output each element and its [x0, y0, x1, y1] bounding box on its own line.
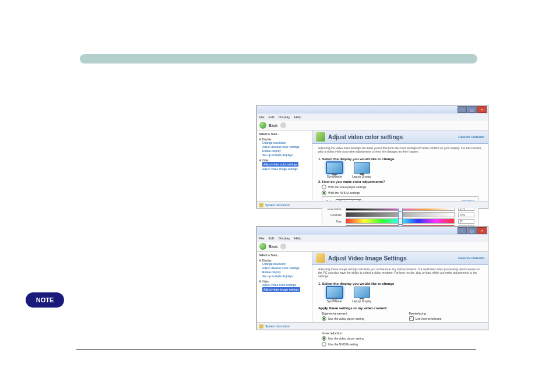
lock-icon — [259, 324, 263, 329]
monitor-icon — [326, 287, 343, 298]
display-option-laptop[interactable]: Laptop Display — [352, 162, 371, 178]
restore-defaults-link[interactable]: Restore Defaults — [458, 256, 484, 260]
panel-title-text: Adjust Video Image Settings — [328, 255, 407, 262]
sidebar-header: Select a Task... — [259, 132, 310, 136]
step2-label: 2. How do you make color adjustments? — [318, 180, 482, 183]
display-label: Laptop Display — [352, 299, 371, 303]
sidebar-item-adjust-image[interactable]: Adjust video image settings — [262, 287, 310, 292]
display-option-syncmaster[interactable]: SyncMaster — [326, 162, 343, 178]
restore-defaults-link[interactable]: Restore Defaults — [458, 135, 484, 139]
display-label: Laptop Display — [352, 175, 371, 178]
window-titlebar: – ▢ × — [257, 227, 488, 235]
task-sidebar: Select a Task... ⊟ Display Change resolu… — [257, 130, 312, 202]
menu-display[interactable]: Display — [279, 115, 290, 119]
contrast-slider[interactable] — [346, 212, 455, 217]
main-panel: Adjust Video Image Settings Restore Defa… — [312, 252, 488, 323]
task-sidebar: Select a Task... ⊟ Display Change resolu… — [257, 252, 312, 323]
sidebar-item-adjust-color[interactable]: Adjust video color settings — [262, 283, 310, 287]
checkbox-inverse-telecine[interactable]: Use inverse telecine — [409, 316, 488, 321]
sidebar-item[interactable]: Set up multiple displays — [262, 153, 310, 157]
panel-title-bar: Adjust video color settings Restore Defa… — [312, 130, 488, 144]
hue-label: Hue: — [326, 220, 342, 223]
forward-button-icon[interactable] — [280, 122, 286, 128]
sidebar-item[interactable]: Change resolution — [262, 262, 310, 266]
sidebar-item[interactable]: Set up multiple displays — [262, 274, 310, 278]
menu-edit[interactable]: Edit — [269, 115, 275, 119]
menu-help[interactable]: Help — [294, 115, 301, 119]
monitor-icon — [326, 162, 343, 174]
main-panel: Adjust video color settings Restore Defa… — [312, 130, 488, 202]
close-button[interactable]: × — [477, 106, 487, 113]
maximize-button[interactable]: ▢ — [467, 106, 477, 113]
forward-button-icon[interactable] — [280, 243, 286, 249]
lock-icon — [259, 203, 263, 207]
step1-label: 1. Select the display you would like to … — [318, 157, 482, 161]
menu-display[interactable]: Display — [279, 236, 290, 240]
screenshot-video-color-settings: – ▢ × File Edit Display Help Back Select… — [256, 105, 488, 209]
menu-file[interactable]: File — [259, 236, 265, 240]
back-button-icon[interactable] — [259, 122, 266, 129]
menu-help[interactable]: Help — [294, 236, 301, 240]
monitor-icon — [354, 162, 370, 174]
panel-icon — [316, 132, 325, 142]
sidebar-item[interactable]: Change resolution — [262, 141, 310, 144]
sidebar-item[interactable]: Rotate display — [262, 149, 310, 153]
status-bar: System Information — [257, 201, 488, 209]
menu-bar: File Edit Display Help — [257, 114, 488, 121]
sidebar-header: Select a Task... — [259, 253, 310, 257]
window-titlebar: – ▢ × — [257, 105, 488, 114]
radio-noise-nvidia[interactable]: Use the NVIDIA setting — [322, 342, 409, 347]
system-info-link[interactable]: System Information — [265, 203, 290, 207]
menu-edit[interactable]: Edit — [269, 236, 275, 240]
status-bar: System Information — [257, 322, 488, 330]
display-option-laptop[interactable]: Laptop Display — [352, 287, 371, 303]
menu-bar: File Edit Display Help — [257, 235, 488, 242]
sidebar-item[interactable]: Adjust desktop color settings — [262, 145, 310, 149]
sidebar-item-adjust-image[interactable]: Adjust video image settings — [262, 167, 310, 171]
minimize-button[interactable]: – — [458, 227, 467, 234]
panel-description: Adjusting these image settings will allo… — [312, 265, 488, 280]
back-button-label[interactable]: Back — [269, 245, 278, 249]
section-header-bar — [80, 54, 477, 63]
noise-reduction-header: Noise reduction: — [322, 331, 409, 335]
radio-noise-player[interactable]: Use the video player setting — [322, 336, 409, 341]
back-button-label[interactable]: Back — [269, 123, 278, 128]
deinterlacing-header: Deinterlacing — [409, 312, 488, 315]
step1-label: 1. Select the display you would like to … — [318, 282, 482, 285]
system-info-link[interactable]: System Information — [265, 324, 290, 328]
sidebar-item[interactable]: Rotate display — [262, 270, 310, 274]
sidebar-item-adjust-color[interactable]: Adjust video color settings — [262, 162, 310, 167]
contrast-value[interactable]: 0 % — [458, 213, 474, 217]
close-button[interactable]: × — [477, 227, 487, 234]
contrast-label: Contrast: — [326, 213, 342, 217]
monitor-icon — [354, 287, 370, 298]
screenshot-video-image-settings: – ▢ × File Edit Display Help Back Select… — [256, 226, 488, 330]
panel-description: Adjusting the video color settings will … — [312, 144, 488, 156]
panel-title-text: Adjust video color settings — [328, 134, 403, 140]
radio-edge-player[interactable]: Use the video player setting — [322, 316, 409, 321]
sidebar-item[interactable]: Adjust desktop color settings — [262, 266, 310, 270]
toolbar: Back — [257, 121, 488, 130]
back-button-icon[interactable] — [259, 243, 266, 250]
minimize-button[interactable]: – — [458, 106, 467, 113]
display-option-syncmaster[interactable]: SyncMaster — [326, 287, 343, 303]
footer-divider — [76, 349, 476, 350]
radio-video-player[interactable]: With the video player settings — [322, 185, 488, 189]
maximize-button[interactable]: ▢ — [467, 227, 477, 234]
menu-file[interactable]: File — [259, 115, 265, 119]
hue-value[interactable]: 0° — [458, 219, 474, 224]
display-label: SyncMaster — [327, 299, 342, 303]
panel-icon — [316, 253, 325, 263]
display-label: SyncMaster — [327, 175, 342, 178]
radio-nvidia[interactable]: With the NVIDIA settings — [322, 190, 488, 195]
panel-title-bar: Adjust Video Image Settings Restore Defa… — [312, 252, 488, 265]
note-label: NOTE — [26, 292, 64, 308]
hue-slider[interactable] — [346, 218, 455, 224]
toolbar: Back — [257, 242, 488, 252]
edge-enhancement-header: Edge enhancement: — [322, 312, 409, 315]
